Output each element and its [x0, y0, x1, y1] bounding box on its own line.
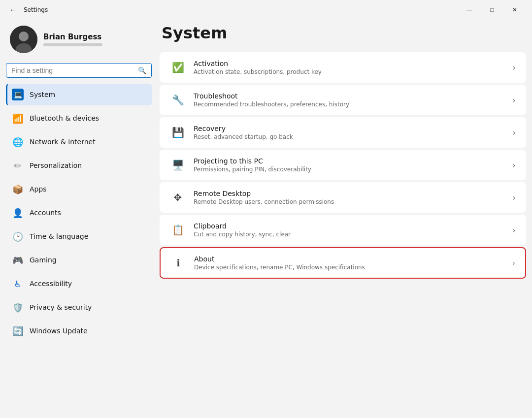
settings-item-troubleshoot[interactable]: 🔧 Troubleshoot Recommended troubleshoote…	[160, 85, 526, 115]
projecting-text: Projecting to this PC Permissions, pairi…	[194, 157, 505, 173]
sidebar-item-update-label: Windows Update	[30, 327, 88, 335]
sidebar-item-apps-label: Apps	[30, 185, 47, 193]
bluetooth-icon: 📶	[12, 112, 24, 124]
settings-list: ✅ Activation Activation state, subscript…	[160, 52, 526, 279]
activation-chevron: ›	[513, 63, 516, 72]
recovery-subtitle: Reset, advanced startup, go back	[194, 133, 505, 140]
sidebar-item-personalization[interactable]: ✏️ Personalization	[6, 155, 152, 176]
sidebar-item-network[interactable]: 🌐 Network & internet	[6, 131, 152, 153]
sidebar-item-bluetooth[interactable]: 📶 Bluetooth & devices	[6, 107, 152, 129]
search-icon: 🔍	[138, 66, 146, 74]
apps-icon: 📦	[12, 183, 24, 195]
sidebar-item-system[interactable]: 💻 System	[6, 84, 152, 105]
update-icon: 🔄	[12, 325, 24, 337]
gaming-icon: 🎮	[12, 254, 24, 266]
sidebar-item-time-label: Time & language	[30, 232, 88, 240]
activation-text: Activation Activation state, subscriptio…	[194, 60, 505, 75]
time-icon: 🕑	[12, 230, 24, 242]
remote-desktop-text: Remote Desktop Remote Desktop users, con…	[194, 190, 505, 205]
recovery-title: Recovery	[194, 125, 505, 132]
settings-item-activation[interactable]: ✅ Activation Activation state, subscript…	[160, 52, 526, 83]
sidebar-item-update[interactable]: 🔄 Windows Update	[6, 320, 152, 342]
clipboard-subtitle: Cut and copy history, sync, clear	[194, 231, 505, 238]
app-body: Brian Burgess 🔍 💻 System 📶 Bluetooth & d…	[0, 20, 532, 418]
personalization-icon: ✏️	[12, 160, 24, 171]
search-input[interactable]	[11, 66, 138, 74]
user-bar	[43, 43, 102, 46]
troubleshoot-chevron: ›	[513, 96, 516, 105]
clipboard-chevron: ›	[513, 225, 516, 235]
sidebar-item-accessibility-label: Accessibility	[30, 280, 72, 288]
sidebar-item-personalization-label: Personalization	[30, 161, 82, 169]
settings-item-about[interactable]: ℹ️ About Device specifications, rename P…	[160, 247, 526, 279]
about-title: About	[194, 255, 504, 263]
user-name: Brian Burgess	[43, 32, 102, 41]
activation-icon: ✅	[170, 60, 186, 75]
sidebar-item-apps[interactable]: 📦 Apps	[6, 178, 152, 200]
projecting-subtitle: Permissions, pairing PIN, discoverabilit…	[194, 166, 505, 173]
system-icon: 💻	[12, 89, 24, 100]
clipboard-title: Clipboard	[194, 222, 505, 230]
avatar	[10, 26, 37, 53]
sidebar-item-accounts[interactable]: 👤 Accounts	[6, 202, 152, 224]
sidebar: Brian Burgess 🔍 💻 System 📶 Bluetooth & d…	[6, 20, 154, 412]
search-box[interactable]: 🔍	[6, 63, 152, 78]
troubleshoot-icon: 🔧	[170, 92, 186, 108]
user-section: Brian Burgess	[6, 20, 152, 61]
clipboard-text: Clipboard Cut and copy history, sync, cl…	[194, 222, 505, 238]
settings-item-projecting[interactable]: 🖥️ Projecting to this PC Permissions, pa…	[160, 150, 526, 180]
sidebar-item-gaming[interactable]: 🎮 Gaming	[6, 249, 152, 271]
sidebar-item-accounts-label: Accounts	[30, 209, 61, 217]
page-title: System	[160, 24, 526, 42]
remote-desktop-icon: ✥	[170, 190, 186, 205]
troubleshoot-subtitle: Recommended troubleshooters, preferences…	[194, 101, 505, 108]
close-button[interactable]: ✕	[503, 2, 526, 18]
minimize-button[interactable]: —	[458, 2, 481, 18]
recovery-text: Recovery Reset, advanced startup, go bac…	[194, 125, 505, 140]
network-icon: 🌐	[12, 136, 24, 148]
projecting-icon: 🖥️	[170, 157, 186, 173]
settings-item-recovery[interactable]: 💾 Recovery Reset, advanced startup, go b…	[160, 117, 526, 148]
sidebar-item-gaming-label: Gaming	[30, 256, 57, 264]
remote-desktop-chevron: ›	[513, 193, 516, 202]
activation-subtitle: Activation state, subscriptions, product…	[194, 68, 505, 75]
recovery-icon: 💾	[170, 125, 186, 140]
sidebar-item-privacy[interactable]: 🛡️ Privacy & security	[6, 296, 152, 318]
privacy-icon: 🛡️	[12, 301, 24, 313]
maximize-button[interactable]: □	[481, 2, 503, 18]
remote-desktop-subtitle: Remote Desktop users, connection permiss…	[194, 198, 505, 205]
settings-item-clipboard[interactable]: 📋 Clipboard Cut and copy history, sync, …	[160, 215, 526, 245]
troubleshoot-title: Troubleshoot	[194, 92, 505, 100]
troubleshoot-text: Troubleshoot Recommended troubleshooters…	[194, 92, 505, 108]
projecting-chevron: ›	[513, 161, 516, 170]
sidebar-item-bluetooth-label: Bluetooth & devices	[30, 114, 99, 122]
sidebar-item-privacy-label: Privacy & security	[30, 303, 92, 311]
activation-title: Activation	[194, 60, 505, 67]
user-info: Brian Burgess	[43, 32, 102, 46]
window-controls: — □ ✕	[458, 2, 526, 18]
svg-point-1	[19, 32, 29, 41]
recovery-chevron: ›	[513, 128, 516, 137]
about-subtitle: Device specifications, rename PC, Window…	[194, 264, 504, 271]
sidebar-item-network-label: Network & internet	[30, 138, 96, 146]
sidebar-item-system-label: System	[30, 91, 55, 98]
settings-item-remote-desktop[interactable]: ✥ Remote Desktop Remote Desktop users, c…	[160, 182, 526, 213]
clipboard-icon: 📋	[170, 222, 186, 238]
accessibility-icon: ♿	[12, 278, 24, 289]
sidebar-item-time[interactable]: 🕑 Time & language	[6, 225, 152, 247]
back-button[interactable]: ←	[6, 3, 20, 17]
sidebar-item-accessibility[interactable]: ♿ Accessibility	[6, 273, 152, 294]
titlebar: ← Settings — □ ✕	[0, 0, 532, 20]
projecting-title: Projecting to this PC	[194, 157, 505, 165]
main-content: System ✅ Activation Activation state, su…	[160, 20, 526, 412]
about-chevron: ›	[512, 258, 515, 268]
about-text: About Device specifications, rename PC, …	[194, 255, 504, 271]
app-title: Settings	[24, 6, 48, 13]
remote-desktop-title: Remote Desktop	[194, 190, 505, 197]
about-icon: ℹ️	[170, 255, 186, 271]
accounts-icon: 👤	[12, 207, 24, 219]
